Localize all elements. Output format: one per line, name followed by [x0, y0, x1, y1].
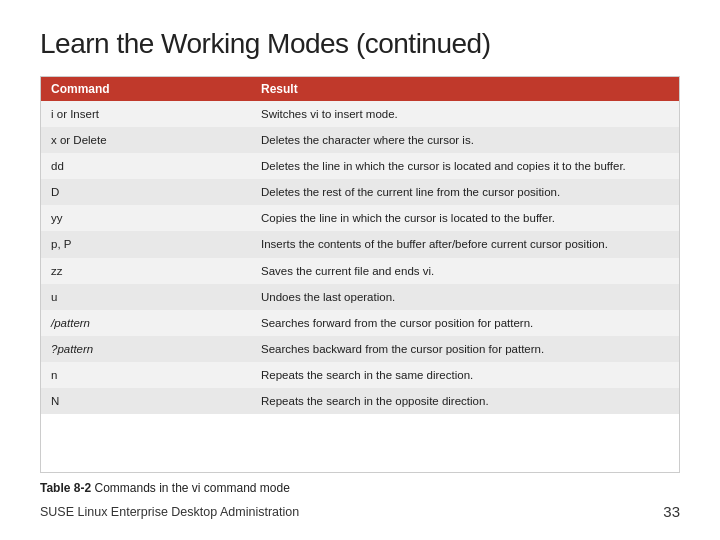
table-row: ?patternSearches backward from the curso… — [41, 336, 679, 362]
cell-command: u — [41, 284, 251, 310]
table-caption: Table 8-2 Commands in the vi command mod… — [40, 481, 680, 495]
cell-command: ?pattern — [41, 336, 251, 362]
cell-result: Repeats the search in the opposite direc… — [251, 388, 679, 414]
table-row: nRepeats the search in the same directio… — [41, 362, 679, 388]
page-title: Learn the Working Modes (continued) — [40, 28, 680, 60]
cell-result: Deletes the character where the cursor i… — [251, 127, 679, 153]
table-row: DDeletes the rest of the current line fr… — [41, 179, 679, 205]
cell-result: Saves the current file and ends vi. — [251, 258, 679, 284]
cell-command: p, P — [41, 231, 251, 257]
table-row: i or InsertSwitches vi to insert mode. — [41, 101, 679, 127]
cell-command: x or Delete — [41, 127, 251, 153]
cell-result: Undoes the last operation. — [251, 284, 679, 310]
table-row: p, PInserts the contents of the buffer a… — [41, 231, 679, 257]
cell-result: Searches backward from the cursor positi… — [251, 336, 679, 362]
cell-command: N — [41, 388, 251, 414]
cell-command: dd — [41, 153, 251, 179]
col-header-result: Result — [251, 77, 679, 101]
cell-command: n — [41, 362, 251, 388]
caption-rest: Commands in the vi command mode — [91, 481, 290, 495]
page-container: Learn the Working Modes (continued) Comm… — [0, 0, 720, 540]
cell-result: Switches vi to insert mode. — [251, 101, 679, 127]
caption-bold: Table 8-2 — [40, 481, 91, 495]
cell-command: D — [41, 179, 251, 205]
cell-command: /pattern — [41, 310, 251, 336]
col-header-command: Command — [41, 77, 251, 101]
bottom-bar: SUSE Linux Enterprise Desktop Administra… — [40, 503, 680, 520]
cell-command: yy — [41, 205, 251, 231]
table-row: zzSaves the current file and ends vi. — [41, 258, 679, 284]
table-row: NRepeats the search in the opposite dire… — [41, 388, 679, 414]
table-row: x or DeleteDeletes the character where t… — [41, 127, 679, 153]
cell-result: Searches forward from the cursor positio… — [251, 310, 679, 336]
footer-left: SUSE Linux Enterprise Desktop Administra… — [40, 505, 299, 519]
table-row: uUndoes the last operation. — [41, 284, 679, 310]
cell-result: Deletes the rest of the current line fro… — [251, 179, 679, 205]
cell-command: i or Insert — [41, 101, 251, 127]
cell-result: Copies the line in which the cursor is l… — [251, 205, 679, 231]
cell-result: Deletes the line in which the cursor is … — [251, 153, 679, 179]
cell-result: Repeats the search in the same direction… — [251, 362, 679, 388]
table-row: /patternSearches forward from the cursor… — [41, 310, 679, 336]
cell-command: zz — [41, 258, 251, 284]
table-wrapper: Command Result i or InsertSwitches vi to… — [40, 76, 680, 473]
footer-right: 33 — [663, 503, 680, 520]
table-row: yyCopies the line in which the cursor is… — [41, 205, 679, 231]
commands-table: Command Result i or InsertSwitches vi to… — [41, 77, 679, 414]
cell-result: Inserts the contents of the buffer after… — [251, 231, 679, 257]
table-row: ddDeletes the line in which the cursor i… — [41, 153, 679, 179]
